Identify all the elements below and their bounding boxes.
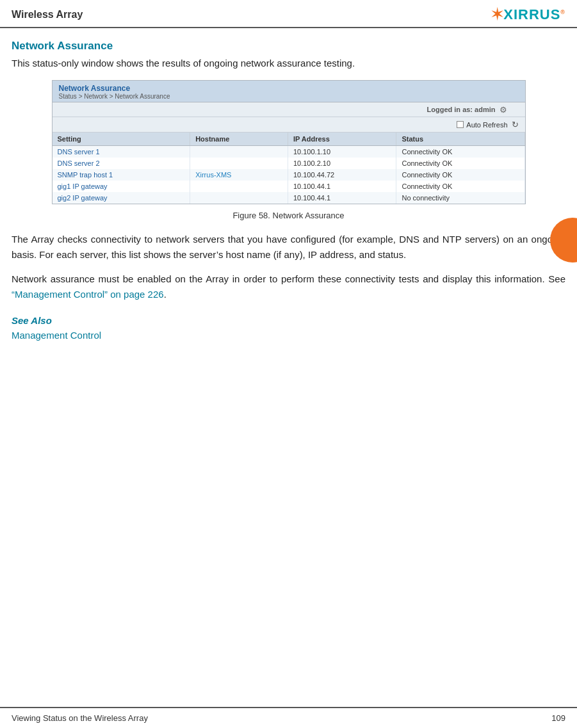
refresh-icon[interactable]: ↻: [512, 120, 519, 129]
autorefresh-label: Auto Refresh: [466, 121, 507, 129]
cell-hostname: [190, 146, 288, 158]
logo-dot: ✶: [491, 6, 503, 22]
cell-setting: gig1 IP gateway: [53, 181, 190, 192]
header-title: Wireless Array: [12, 9, 83, 20]
page-footer: Viewing Status on the Wireless Array 109: [0, 707, 577, 728]
cell-ip: 10.100.44.1: [288, 192, 396, 204]
table-row: gig1 IP gateway10.100.44.1Connectivity O…: [53, 181, 525, 192]
footer-left: Viewing Status on the Wireless Array: [12, 713, 148, 723]
gear-icon[interactable]: ⚙: [500, 105, 508, 114]
screenshot-box: Network Assurance Status > Network > Net…: [52, 80, 526, 204]
see-also-heading: See Also: [12, 315, 565, 326]
cell-setting: SNMP trap host 1: [53, 169, 190, 181]
col-status: Status: [396, 133, 524, 146]
network-assurance-table: Setting Hostname IP Address Status DNS s…: [53, 133, 525, 204]
footer-right: 109: [551, 713, 565, 723]
table-row: DNS server 110.100.1.10Connectivity OK: [53, 146, 525, 158]
cell-hostname: [190, 158, 288, 169]
body-paragraph-2: Network assurance must be enabled on the…: [12, 271, 565, 302]
para2-part2: .: [164, 289, 167, 300]
screenshot-header: Network Assurance Status > Network > Net…: [53, 81, 525, 102]
cell-ip: 10.100.2.10: [288, 158, 396, 169]
cell-ip: 10.100.44.72: [288, 169, 396, 181]
see-also-section: See Also Management Control: [12, 315, 565, 341]
autorefresh-row: Auto Refresh ↻: [53, 117, 525, 133]
cell-hostname: [190, 181, 288, 192]
logo-area: ✶XIRRUS®: [491, 6, 565, 23]
management-control-link-inline[interactable]: “Management Control” on page 226: [12, 289, 164, 300]
cell-status: No connectivity: [396, 192, 524, 204]
col-setting: Setting: [53, 133, 190, 146]
col-ip-address: IP Address: [288, 133, 396, 146]
autorefresh-checkbox[interactable]: [457, 121, 464, 128]
para2-part1: Network assurance must be enabled on the…: [12, 273, 565, 284]
cell-status: Connectivity OK: [396, 181, 524, 192]
cell-setting: gig2 IP gateway: [53, 192, 190, 204]
figure-caption: Figure 58. Network Assurance: [12, 211, 565, 220]
xirrus-logo: ✶XIRRUS®: [491, 6, 565, 23]
screenshot-toolbar: Logged in as: admin ⚙: [53, 102, 525, 117]
cell-status: Connectivity OK: [396, 158, 524, 169]
section-intro: This status-only window shows the result…: [12, 58, 565, 69]
screenshot-breadcrumb: Status > Network > Network Assurance: [59, 93, 519, 100]
table-row: SNMP trap host 1Xirrus-XMS10.100.44.72Co…: [53, 169, 525, 181]
cell-hostname: [190, 192, 288, 204]
table-row: DNS server 210.100.2.10Connectivity OK: [53, 158, 525, 169]
cell-status: Connectivity OK: [396, 146, 524, 158]
management-control-link[interactable]: Management Control: [12, 330, 565, 341]
page-header: Wireless Array ✶XIRRUS®: [0, 0, 577, 28]
screenshot-title: Network Assurance: [59, 84, 519, 93]
body-paragraph-1: The Array checks connectivity to network…: [12, 232, 565, 263]
logo-registered: ®: [560, 9, 565, 15]
cell-ip: 10.100.44.1: [288, 181, 396, 192]
table-header-row: Setting Hostname IP Address Status: [53, 133, 525, 146]
section-heading: Network Assurance: [12, 40, 565, 53]
cell-setting: DNS server 1: [53, 146, 190, 158]
logged-in-label: Logged in as: admin: [427, 106, 496, 113]
cell-ip: 10.100.1.10: [288, 146, 396, 158]
col-hostname: Hostname: [190, 133, 288, 146]
cell-hostname: Xirrus-XMS: [190, 169, 288, 181]
cell-setting: DNS server 2: [53, 158, 190, 169]
cell-status: Connectivity OK: [396, 169, 524, 181]
table-row: gig2 IP gateway10.100.44.1No connectivit…: [53, 192, 525, 204]
main-content: Network Assurance This status-only windo…: [0, 28, 577, 382]
